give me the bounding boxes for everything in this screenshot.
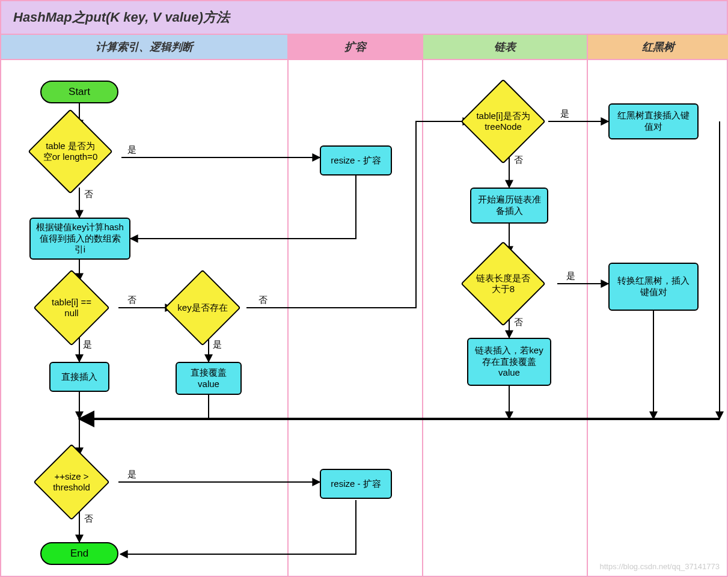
process-to-rbtree: 转换红黑树，插入键值对 bbox=[608, 263, 699, 311]
start-node: Start bbox=[40, 81, 118, 103]
process-list-insert: 链表插入，若key存在直接覆盖value bbox=[467, 338, 551, 386]
decision-text: 链表长度是否大于8 bbox=[474, 273, 532, 295]
decision-table-i-null: table[i] == null bbox=[33, 269, 109, 346]
edge-label-no: 否 bbox=[514, 317, 523, 328]
process-rbtree-insert: 红黑树直接插入键值对 bbox=[608, 103, 699, 139]
column-header-2: 扩容 bbox=[287, 35, 422, 60]
edge-label-no: 否 bbox=[258, 295, 268, 306]
column-header-1: 计算索引、逻辑判断 bbox=[1, 35, 287, 60]
process-traverse-list: 开始遍历链表准备插入 bbox=[470, 188, 548, 224]
column-divider bbox=[287, 60, 289, 576]
end-node: End bbox=[40, 542, 118, 565]
column-header-3: 链表 bbox=[422, 35, 587, 60]
column-divider bbox=[422, 60, 423, 576]
decision-text: key是否存在 bbox=[177, 302, 228, 313]
edge-label-no: 否 bbox=[514, 154, 523, 166]
watermark: https://blog.csdn.net/qq_37141773 bbox=[600, 562, 720, 571]
column-header-4: 红黑树 bbox=[587, 35, 728, 60]
decision-text: table 是否为空or length=0 bbox=[41, 141, 99, 162]
decision-text: table[i] == null bbox=[46, 297, 97, 319]
edge-label-no: 否 bbox=[127, 295, 136, 306]
diagram-canvas: HashMap之put(K key, V value)方法 计算索引、逻辑判断 … bbox=[0, 0, 728, 577]
edge-label-no: 否 bbox=[84, 513, 93, 525]
decision-text: ++size > threshold bbox=[46, 471, 97, 493]
diagram-title: HashMap之put(K key, V value)方法 bbox=[1, 1, 727, 35]
decision-treenode: table[i]是否为treeNode bbox=[460, 79, 545, 163]
process-direct-overwrite: 直接覆盖value bbox=[176, 362, 242, 395]
decision-table-empty: table 是否为空or length=0 bbox=[28, 109, 112, 194]
edge-label-yes: 是 bbox=[213, 339, 222, 350]
process-resize-1: resize - 扩容 bbox=[320, 145, 392, 176]
process-hash-index: 根据键值key计算hash值得到插入的数组索引i bbox=[29, 218, 130, 260]
decision-size-threshold: ++size > threshold bbox=[33, 444, 109, 520]
decision-list-len-8: 链表长度是否大于8 bbox=[460, 241, 545, 326]
decision-key-exist: key是否存在 bbox=[164, 269, 240, 346]
decision-text: table[i]是否为treeNode bbox=[474, 111, 532, 132]
edge-label-yes: 是 bbox=[566, 270, 575, 282]
edge-label-yes: 是 bbox=[83, 339, 92, 350]
edge-label-yes: 是 bbox=[127, 144, 136, 156]
edge-label-yes: 是 bbox=[127, 469, 136, 480]
edge-label-yes: 是 bbox=[560, 108, 569, 120]
process-direct-insert: 直接插入 bbox=[49, 362, 109, 392]
process-resize-2: resize - 扩容 bbox=[320, 469, 392, 499]
column-divider bbox=[587, 60, 588, 576]
edge-label-no: 否 bbox=[84, 189, 93, 200]
